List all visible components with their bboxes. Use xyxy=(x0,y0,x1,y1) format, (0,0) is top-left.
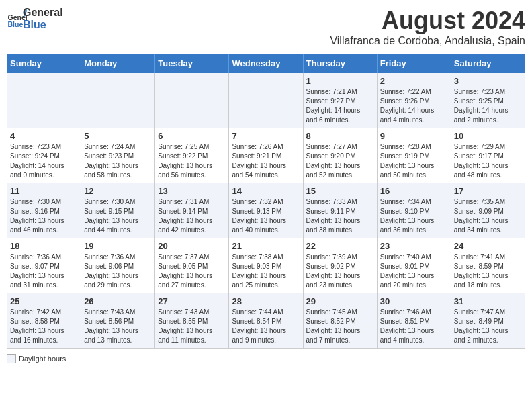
calendar-cell: 16Sunrise: 7:34 AM Sunset: 9:10 PM Dayli… xyxy=(377,183,451,238)
header-day-saturday: Saturday xyxy=(451,54,525,73)
calendar-cell: 4Sunrise: 7:23 AM Sunset: 9:24 PM Daylig… xyxy=(7,128,81,183)
day-info: Sunrise: 7:45 AM Sunset: 8:52 PM Dayligh… xyxy=(306,308,374,345)
day-number: 4 xyxy=(10,131,78,141)
calendar-cell: 8Sunrise: 7:27 AM Sunset: 9:20 PM Daylig… xyxy=(303,128,377,183)
legend-box xyxy=(7,354,16,363)
day-info: Sunrise: 7:32 AM Sunset: 9:13 PM Dayligh… xyxy=(232,197,300,235)
day-info: Sunrise: 7:26 AM Sunset: 9:21 PM Dayligh… xyxy=(232,142,300,180)
calendar-cell: 7Sunrise: 7:26 AM Sunset: 9:21 PM Daylig… xyxy=(229,128,303,183)
day-info: Sunrise: 7:23 AM Sunset: 9:25 PM Dayligh… xyxy=(454,87,522,125)
page-title: August 2024 xyxy=(330,7,525,35)
day-number: 8 xyxy=(306,131,374,141)
calendar-cell: 30Sunrise: 7:46 AM Sunset: 8:51 PM Dayli… xyxy=(377,293,451,349)
calendar-cell: 20Sunrise: 7:37 AM Sunset: 9:05 PM Dayli… xyxy=(155,238,229,293)
day-info: Sunrise: 7:24 AM Sunset: 9:23 PM Dayligh… xyxy=(84,142,152,180)
day-number: 24 xyxy=(454,241,522,251)
day-number: 18 xyxy=(10,241,78,251)
day-info: Sunrise: 7:30 AM Sunset: 9:15 PM Dayligh… xyxy=(84,197,152,235)
day-info: Sunrise: 7:47 AM Sunset: 8:49 PM Dayligh… xyxy=(454,308,522,345)
calendar-cell xyxy=(155,73,229,128)
day-info: Sunrise: 7:25 AM Sunset: 9:22 PM Dayligh… xyxy=(158,142,226,180)
day-info: Sunrise: 7:37 AM Sunset: 9:05 PM Dayligh… xyxy=(158,253,226,290)
legend-daylight-label: Daylight hours xyxy=(19,355,66,363)
page-header: General Blue General Blue August 2024 Vi… xyxy=(7,7,525,47)
day-number: 29 xyxy=(306,296,374,306)
day-info: Sunrise: 7:46 AM Sunset: 8:51 PM Dayligh… xyxy=(380,308,448,345)
day-number: 12 xyxy=(84,186,152,196)
day-info: Sunrise: 7:27 AM Sunset: 9:20 PM Dayligh… xyxy=(306,142,374,180)
calendar-cell xyxy=(229,73,303,128)
day-info: Sunrise: 7:40 AM Sunset: 9:01 PM Dayligh… xyxy=(380,253,448,290)
day-info: Sunrise: 7:43 AM Sunset: 8:55 PM Dayligh… xyxy=(158,308,226,345)
calendar-cell: 19Sunrise: 7:36 AM Sunset: 9:06 PM Dayli… xyxy=(81,238,155,293)
calendar-cell: 12Sunrise: 7:30 AM Sunset: 9:15 PM Dayli… xyxy=(81,183,155,238)
day-number: 6 xyxy=(158,131,226,141)
day-info: Sunrise: 7:36 AM Sunset: 9:06 PM Dayligh… xyxy=(84,253,152,290)
calendar-cell: 11Sunrise: 7:30 AM Sunset: 9:16 PM Dayli… xyxy=(7,183,81,238)
calendar-cell: 2Sunrise: 7:22 AM Sunset: 9:26 PM Daylig… xyxy=(377,73,451,128)
logo-blue: Blue xyxy=(23,19,63,31)
day-info: Sunrise: 7:44 AM Sunset: 8:54 PM Dayligh… xyxy=(232,308,300,345)
legend-daylight: Daylight hours xyxy=(7,354,66,363)
day-number: 9 xyxy=(380,131,448,141)
day-number: 26 xyxy=(84,296,152,306)
day-info: Sunrise: 7:28 AM Sunset: 9:19 PM Dayligh… xyxy=(380,142,448,180)
header-day-monday: Monday xyxy=(81,54,155,73)
calendar-cell: 13Sunrise: 7:31 AM Sunset: 9:14 PM Dayli… xyxy=(155,183,229,238)
day-number: 15 xyxy=(306,186,374,196)
calendar-cell: 28Sunrise: 7:44 AM Sunset: 8:54 PM Dayli… xyxy=(229,293,303,349)
day-info: Sunrise: 7:30 AM Sunset: 9:16 PM Dayligh… xyxy=(10,197,78,235)
day-number: 16 xyxy=(380,186,448,196)
day-info: Sunrise: 7:36 AM Sunset: 9:07 PM Dayligh… xyxy=(10,253,78,290)
day-number: 23 xyxy=(380,241,448,251)
day-number: 3 xyxy=(454,76,522,86)
calendar-body: 1Sunrise: 7:21 AM Sunset: 9:27 PM Daylig… xyxy=(7,73,525,349)
calendar-cell: 9Sunrise: 7:28 AM Sunset: 9:19 PM Daylig… xyxy=(377,128,451,183)
calendar-cell: 1Sunrise: 7:21 AM Sunset: 9:27 PM Daylig… xyxy=(303,73,377,128)
legend: Daylight hours xyxy=(7,354,525,363)
day-info: Sunrise: 7:21 AM Sunset: 9:27 PM Dayligh… xyxy=(306,87,374,125)
calendar-cell: 24Sunrise: 7:41 AM Sunset: 8:59 PM Dayli… xyxy=(451,238,525,293)
calendar-cell: 31Sunrise: 7:47 AM Sunset: 8:49 PM Dayli… xyxy=(451,293,525,349)
calendar-week-4: 18Sunrise: 7:36 AM Sunset: 9:07 PM Dayli… xyxy=(7,238,525,293)
day-info: Sunrise: 7:22 AM Sunset: 9:26 PM Dayligh… xyxy=(380,87,448,125)
calendar-week-3: 11Sunrise: 7:30 AM Sunset: 9:16 PM Dayli… xyxy=(7,183,525,238)
calendar-cell: 14Sunrise: 7:32 AM Sunset: 9:13 PM Dayli… xyxy=(229,183,303,238)
page-subtitle: Villafranca de Cordoba, Andalusia, Spain xyxy=(330,35,525,47)
header-day-sunday: Sunday xyxy=(7,54,81,73)
day-number: 13 xyxy=(158,186,226,196)
day-info: Sunrise: 7:23 AM Sunset: 9:24 PM Dayligh… xyxy=(10,142,78,180)
day-info: Sunrise: 7:35 AM Sunset: 9:09 PM Dayligh… xyxy=(454,197,522,235)
day-info: Sunrise: 7:33 AM Sunset: 9:11 PM Dayligh… xyxy=(306,197,374,235)
day-info: Sunrise: 7:29 AM Sunset: 9:17 PM Dayligh… xyxy=(454,142,522,180)
title-block: August 2024 Villafranca de Cordoba, Anda… xyxy=(330,7,525,47)
calendar-cell: 21Sunrise: 7:38 AM Sunset: 9:03 PM Dayli… xyxy=(229,238,303,293)
calendar-cell: 23Sunrise: 7:40 AM Sunset: 9:01 PM Dayli… xyxy=(377,238,451,293)
day-number: 21 xyxy=(232,241,300,251)
calendar-cell: 25Sunrise: 7:42 AM Sunset: 8:58 PM Dayli… xyxy=(7,293,81,349)
day-number: 1 xyxy=(306,76,374,86)
calendar-cell: 17Sunrise: 7:35 AM Sunset: 9:09 PM Dayli… xyxy=(451,183,525,238)
day-info: Sunrise: 7:41 AM Sunset: 8:59 PM Dayligh… xyxy=(454,253,522,290)
day-info: Sunrise: 7:39 AM Sunset: 9:02 PM Dayligh… xyxy=(306,253,374,290)
calendar-cell: 22Sunrise: 7:39 AM Sunset: 9:02 PM Dayli… xyxy=(303,238,377,293)
calendar-week-1: 1Sunrise: 7:21 AM Sunset: 9:27 PM Daylig… xyxy=(7,73,525,128)
calendar-header: SundayMondayTuesdayWednesdayThursdayFrid… xyxy=(7,54,525,73)
calendar-cell: 18Sunrise: 7:36 AM Sunset: 9:07 PM Dayli… xyxy=(7,238,81,293)
calendar-cell: 27Sunrise: 7:43 AM Sunset: 8:55 PM Dayli… xyxy=(155,293,229,349)
day-info: Sunrise: 7:38 AM Sunset: 9:03 PM Dayligh… xyxy=(232,253,300,290)
day-number: 30 xyxy=(380,296,448,306)
day-info: Sunrise: 7:34 AM Sunset: 9:10 PM Dayligh… xyxy=(380,197,448,235)
header-day-wednesday: Wednesday xyxy=(229,54,303,73)
day-number: 25 xyxy=(10,296,78,306)
logo-general: General xyxy=(23,7,63,19)
day-number: 17 xyxy=(454,186,522,196)
day-info: Sunrise: 7:42 AM Sunset: 8:58 PM Dayligh… xyxy=(10,308,78,345)
day-info: Sunrise: 7:31 AM Sunset: 9:14 PM Dayligh… xyxy=(158,197,226,235)
header-day-thursday: Thursday xyxy=(303,54,377,73)
calendar-week-2: 4Sunrise: 7:23 AM Sunset: 9:24 PM Daylig… xyxy=(7,128,525,183)
calendar-cell: 3Sunrise: 7:23 AM Sunset: 9:25 PM Daylig… xyxy=(451,73,525,128)
day-number: 19 xyxy=(84,241,152,251)
logo: General Blue General Blue xyxy=(7,7,63,30)
calendar-week-5: 25Sunrise: 7:42 AM Sunset: 8:58 PM Dayli… xyxy=(7,293,525,349)
